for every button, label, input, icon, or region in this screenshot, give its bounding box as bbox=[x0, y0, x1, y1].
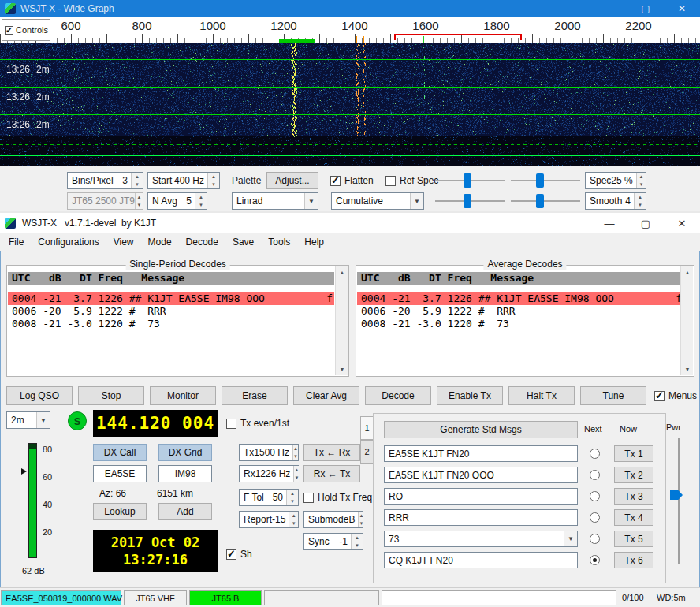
controls-checkbox[interactable] bbox=[5, 26, 13, 35]
chevron-down-icon[interactable] bbox=[304, 193, 318, 209]
palette-combobox[interactable]: Linrad bbox=[232, 192, 318, 210]
add-button[interactable]: Add bbox=[158, 503, 212, 520]
stop-button[interactable]: Stop bbox=[78, 386, 144, 405]
tx2-now-button[interactable]: Tx 2 bbox=[614, 467, 653, 483]
tx6-next-radio[interactable] bbox=[590, 555, 600, 565]
spinner-arrows-icon[interactable] bbox=[292, 445, 298, 460]
clear-avg-button[interactable]: Clear Avg bbox=[293, 386, 359, 405]
wide-graph-titlebar[interactable]: WSJT-X - Wide Graph — ▢ ✕ bbox=[0, 0, 700, 17]
tx4-message-field[interactable]: RRR bbox=[384, 509, 578, 526]
ref-spec-checkbox[interactable] bbox=[385, 176, 396, 186]
spinner-arrows-icon[interactable] bbox=[207, 173, 219, 188]
spinner-arrows-icon[interactable] bbox=[634, 193, 646, 209]
maximize-icon[interactable]: ▢ bbox=[627, 213, 664, 233]
spinner-arrows-icon[interactable] bbox=[195, 193, 207, 209]
spinner-arrows-icon[interactable] bbox=[289, 512, 298, 527]
tx2-message-field[interactable]: EA5SE K1JT FN20 OOO bbox=[384, 467, 578, 483]
rig-status-indicator[interactable]: S bbox=[68, 411, 87, 430]
tab-2[interactable]: 2 bbox=[360, 440, 374, 464]
scroll-down-icon[interactable] bbox=[681, 363, 694, 375]
scroll-up-icon[interactable] bbox=[681, 266, 694, 278]
sh-checkbox[interactable] bbox=[226, 549, 236, 560]
dx-grid-field[interactable]: IM98 bbox=[158, 465, 212, 482]
enable-tx-button[interactable]: Enable Tx bbox=[437, 386, 503, 405]
slider-thumb[interactable] bbox=[536, 194, 544, 208]
decode-row[interactable]: 0008 -21 -3.0 1220 # 73 bbox=[8, 318, 334, 330]
gain-slider[interactable] bbox=[435, 172, 505, 189]
tx3-next-radio[interactable] bbox=[590, 491, 600, 501]
chevron-down-icon[interactable] bbox=[564, 531, 577, 546]
tab-1[interactable]: 1 bbox=[360, 416, 374, 440]
adjust-button[interactable]: Adjust... bbox=[266, 172, 318, 189]
chevron-down-icon[interactable] bbox=[410, 193, 423, 209]
scroll-up-icon[interactable] bbox=[336, 266, 348, 278]
dx-call-field[interactable]: EA5SE bbox=[93, 465, 147, 482]
display-mode-combobox[interactable]: Cumulative bbox=[331, 192, 424, 210]
menus-toggle[interactable]: Menus bbox=[654, 390, 697, 401]
menu-save[interactable]: Save bbox=[225, 233, 261, 251]
smooth-spinbox[interactable]: Smooth 4 bbox=[585, 192, 646, 210]
tx4-next-radio[interactable] bbox=[590, 512, 600, 523]
n-avg-spinbox[interactable]: N Avg 5 bbox=[147, 192, 207, 210]
spinner-arrows-icon[interactable] bbox=[358, 512, 363, 527]
maximize-icon[interactable]: ▢ bbox=[627, 0, 664, 17]
sh-toggle[interactable]: Sh bbox=[226, 549, 252, 560]
rx-freq-spinbox[interactable]: Rx 1226 Hz bbox=[239, 465, 299, 482]
tx3-now-button[interactable]: Tx 3 bbox=[614, 488, 653, 505]
tx-freq-spinbox[interactable]: Tx 1500 Hz bbox=[239, 444, 299, 461]
spec-zero-slider[interactable] bbox=[511, 192, 580, 210]
spec-percent-spinbox[interactable]: Spec 25 % bbox=[585, 172, 646, 189]
submode-spinbox[interactable]: Submode B bbox=[303, 511, 363, 528]
start-freq-spinbox[interactable]: Start 400 Hz bbox=[147, 172, 220, 189]
decode-row[interactable]: 0008 -21 -3.0 1220 # 73 bbox=[357, 318, 680, 330]
menu-decode[interactable]: Decode bbox=[179, 233, 225, 251]
dx-grid-button[interactable]: DX Grid bbox=[158, 444, 212, 461]
tx6-now-button[interactable]: Tx 6 bbox=[614, 552, 653, 568]
lookup-button[interactable]: Lookup bbox=[93, 503, 147, 520]
slider-thumb[interactable] bbox=[536, 173, 544, 188]
halt-tx-button[interactable]: Halt Tx bbox=[508, 386, 575, 405]
tx2-next-radio[interactable] bbox=[590, 470, 600, 480]
spinner-arrows-icon[interactable] bbox=[293, 466, 299, 482]
erase-button[interactable]: Erase bbox=[222, 386, 288, 405]
menus-checkbox[interactable] bbox=[654, 391, 665, 401]
log-qso-button[interactable]: Log QSO bbox=[6, 386, 73, 405]
tx3-message-field[interactable]: RO bbox=[384, 488, 578, 505]
tx5-now-button[interactable]: Tx 5 bbox=[614, 531, 653, 547]
spec-gain-slider[interactable] bbox=[435, 192, 505, 210]
tx1-now-button[interactable]: Tx 1 bbox=[614, 445, 653, 462]
spinner-arrows-icon[interactable] bbox=[286, 490, 298, 505]
tx6-message-field[interactable]: CQ K1JT FN20 bbox=[384, 552, 578, 568]
frequency-scale[interactable]: 600 800 1000 1200 1400 1600 1800 2000 22… bbox=[0, 17, 700, 43]
menu-view[interactable]: View bbox=[106, 233, 141, 251]
chevron-down-icon[interactable] bbox=[36, 412, 50, 428]
menu-configurations[interactable]: Configurations bbox=[31, 233, 106, 251]
minimize-icon[interactable]: — bbox=[591, 213, 627, 233]
tx-from-rx-button[interactable]: Tx ← Rx bbox=[303, 444, 360, 461]
slider-thumb[interactable] bbox=[464, 173, 471, 188]
generate-std-msgs-button[interactable]: Generate Std Msgs bbox=[384, 421, 578, 438]
waterfall-canvas[interactable] bbox=[0, 43, 700, 166]
tx1-next-radio[interactable] bbox=[590, 449, 600, 459]
menu-tools[interactable]: Tools bbox=[261, 233, 297, 251]
main-titlebar[interactable]: WSJT-X v1.7.1-devel by K1JT — ▢ ✕ bbox=[0, 213, 700, 233]
decode-row[interactable]: 0006 -20 5.9 1222 # RRR bbox=[8, 305, 334, 318]
tune-button[interactable]: Tune bbox=[580, 386, 646, 405]
monitor-button[interactable]: Monitor bbox=[150, 386, 216, 405]
scrollbar[interactable] bbox=[680, 266, 693, 375]
scrollbar[interactable] bbox=[335, 266, 348, 375]
tx4-now-button[interactable]: Tx 4 bbox=[614, 509, 653, 526]
flatten-checkbox[interactable] bbox=[330, 176, 341, 186]
pwr-slider-track[interactable] bbox=[678, 438, 680, 564]
tx5-next-radio[interactable] bbox=[590, 534, 600, 544]
menu-mode[interactable]: Mode bbox=[141, 233, 179, 251]
minimize-icon[interactable]: — bbox=[591, 0, 627, 17]
close-icon[interactable]: ✕ bbox=[664, 213, 700, 233]
pwr-slider-thumb[interactable] bbox=[670, 490, 683, 500]
decode-row[interactable]: 0004 -21 3.7 1226 ## K1JT EA5SE IM98 OOO… bbox=[8, 292, 334, 305]
spinner-arrows-icon[interactable] bbox=[131, 173, 143, 188]
menu-file[interactable]: File bbox=[2, 233, 31, 251]
tx-even-checkbox[interactable] bbox=[226, 419, 236, 429]
ref-spec-toggle[interactable]: Ref Spec bbox=[385, 175, 438, 186]
dx-call-button[interactable]: DX Call bbox=[93, 444, 147, 461]
